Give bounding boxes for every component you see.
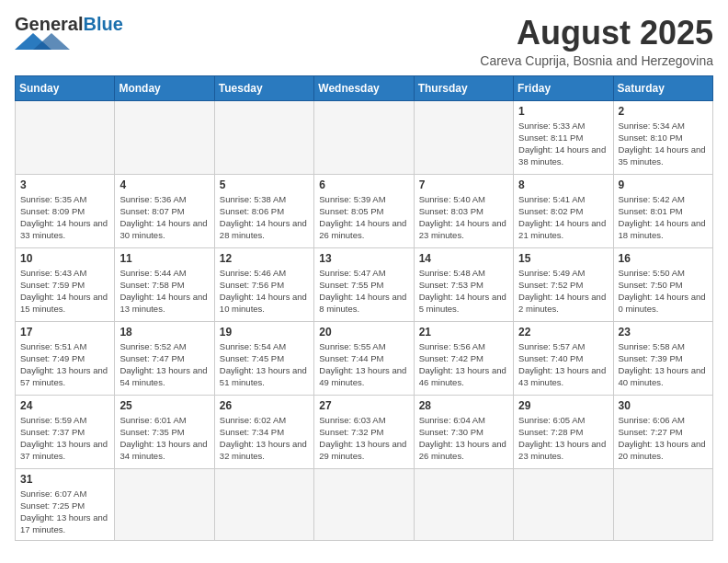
day-number: 20 <box>319 326 408 339</box>
logo-general: General <box>15 14 83 34</box>
calendar-week-row: 31Sunrise: 6:07 AM Sunset: 7:25 PM Dayli… <box>16 468 713 540</box>
table-row <box>314 468 414 540</box>
table-row: 26Sunrise: 6:02 AM Sunset: 7:34 PM Dayli… <box>214 395 313 468</box>
table-row: 3Sunrise: 5:35 AM Sunset: 8:09 PM Daylig… <box>16 174 115 247</box>
day-info: Sunrise: 5:46 AM Sunset: 7:56 PM Dayligh… <box>220 267 309 316</box>
day-info: Sunrise: 5:57 AM Sunset: 7:40 PM Dayligh… <box>518 340 608 389</box>
day-number: 2 <box>619 105 708 118</box>
table-row: 7Sunrise: 5:40 AM Sunset: 8:03 PM Daylig… <box>414 174 513 247</box>
day-info: Sunrise: 6:03 AM Sunset: 7:32 PM Dayligh… <box>319 414 408 463</box>
day-number: 16 <box>619 252 708 265</box>
table-row: 4Sunrise: 5:36 AM Sunset: 8:07 PM Daylig… <box>115 174 214 247</box>
day-info: Sunrise: 5:41 AM Sunset: 8:02 PM Dayligh… <box>518 193 608 242</box>
weekday-header-row: Sunday Monday Tuesday Wednesday Thursday… <box>16 75 713 100</box>
day-info: Sunrise: 6:07 AM Sunset: 7:25 PM Dayligh… <box>20 488 109 536</box>
header-thursday: Thursday <box>414 75 513 100</box>
day-number: 23 <box>619 326 708 339</box>
day-number: 25 <box>119 399 209 412</box>
day-info: Sunrise: 5:55 AM Sunset: 7:44 PM Dayligh… <box>319 340 408 389</box>
day-info: Sunrise: 5:44 AM Sunset: 7:58 PM Dayligh… <box>119 267 209 316</box>
calendar-subtitle: Careva Cuprija, Bosnia and Herzegovina <box>480 53 713 68</box>
table-row: 31Sunrise: 6:07 AM Sunset: 7:25 PM Dayli… <box>16 468 115 540</box>
day-number: 9 <box>619 178 708 191</box>
day-number: 31 <box>20 473 109 486</box>
table-row: 14Sunrise: 5:48 AM Sunset: 7:53 PM Dayli… <box>414 247 513 321</box>
day-info: Sunrise: 5:58 AM Sunset: 7:39 PM Dayligh… <box>619 340 708 389</box>
table-row: 28Sunrise: 6:04 AM Sunset: 7:30 PM Dayli… <box>414 395 513 468</box>
header-monday: Monday <box>115 75 214 100</box>
logo-blue: Blue <box>83 14 122 34</box>
header-tuesday: Tuesday <box>214 75 313 100</box>
day-info: Sunrise: 5:52 AM Sunset: 7:47 PM Dayligh… <box>119 340 209 389</box>
title-area: August 2025 Careva Cuprija, Bosnia and H… <box>480 15 713 68</box>
header-friday: Friday <box>514 75 613 100</box>
table-row <box>414 468 513 540</box>
day-number: 22 <box>518 326 608 339</box>
day-number: 10 <box>20 252 109 265</box>
day-info: Sunrise: 5:59 AM Sunset: 7:37 PM Dayligh… <box>20 414 109 463</box>
day-info: Sunrise: 6:01 AM Sunset: 7:35 PM Dayligh… <box>119 414 209 463</box>
calendar-week-row: 10Sunrise: 5:43 AM Sunset: 7:59 PM Dayli… <box>16 247 713 321</box>
table-row: 18Sunrise: 5:52 AM Sunset: 7:47 PM Dayli… <box>115 321 214 395</box>
table-row: 1Sunrise: 5:33 AM Sunset: 8:11 PM Daylig… <box>514 100 613 174</box>
table-row <box>115 100 214 174</box>
day-info: Sunrise: 5:48 AM Sunset: 7:53 PM Dayligh… <box>419 267 508 316</box>
day-number: 29 <box>518 399 608 412</box>
day-info: Sunrise: 5:42 AM Sunset: 8:01 PM Dayligh… <box>619 193 708 242</box>
day-number: 21 <box>419 326 508 339</box>
day-number: 6 <box>319 178 408 191</box>
day-number: 8 <box>518 178 608 191</box>
calendar-week-row: 17Sunrise: 5:51 AM Sunset: 7:49 PM Dayli… <box>16 321 713 395</box>
day-info: Sunrise: 5:40 AM Sunset: 8:03 PM Dayligh… <box>419 193 508 242</box>
day-number: 7 <box>419 178 508 191</box>
logo-text: GeneralBlue <box>15 15 123 33</box>
logo: GeneralBlue <box>15 15 123 50</box>
day-info: Sunrise: 6:05 AM Sunset: 7:28 PM Dayligh… <box>518 414 608 463</box>
day-info: Sunrise: 5:50 AM Sunset: 7:50 PM Dayligh… <box>619 267 708 316</box>
calendar-title: August 2025 <box>480 15 713 52</box>
day-info: Sunrise: 5:39 AM Sunset: 8:05 PM Dayligh… <box>319 193 408 242</box>
table-row: 27Sunrise: 6:03 AM Sunset: 7:32 PM Dayli… <box>314 395 414 468</box>
day-number: 3 <box>20 178 109 191</box>
table-row: 21Sunrise: 5:56 AM Sunset: 7:42 PM Dayli… <box>414 321 513 395</box>
day-number: 30 <box>619 399 708 412</box>
day-info: Sunrise: 5:35 AM Sunset: 8:09 PM Dayligh… <box>20 193 109 242</box>
table-row: 6Sunrise: 5:39 AM Sunset: 8:05 PM Daylig… <box>314 174 414 247</box>
day-number: 24 <box>20 399 109 412</box>
day-number: 12 <box>220 252 309 265</box>
table-row: 30Sunrise: 6:06 AM Sunset: 7:27 PM Dayli… <box>613 395 712 468</box>
day-info: Sunrise: 5:33 AM Sunset: 8:11 PM Dayligh… <box>518 120 608 168</box>
table-row <box>613 468 712 540</box>
day-number: 27 <box>319 399 408 412</box>
day-number: 5 <box>220 178 309 191</box>
table-row: 15Sunrise: 5:49 AM Sunset: 7:52 PM Dayli… <box>514 247 613 321</box>
table-row: 2Sunrise: 5:34 AM Sunset: 8:10 PM Daylig… <box>613 100 712 174</box>
table-row: 24Sunrise: 5:59 AM Sunset: 7:37 PM Dayli… <box>16 395 115 468</box>
day-info: Sunrise: 6:04 AM Sunset: 7:30 PM Dayligh… <box>419 414 508 463</box>
day-number: 19 <box>220 326 309 339</box>
table-row: 16Sunrise: 5:50 AM Sunset: 7:50 PM Dayli… <box>613 247 712 321</box>
table-row <box>214 100 313 174</box>
day-number: 17 <box>20 326 109 339</box>
day-number: 18 <box>119 326 209 339</box>
table-row: 13Sunrise: 5:47 AM Sunset: 7:55 PM Dayli… <box>314 247 414 321</box>
day-info: Sunrise: 5:49 AM Sunset: 7:52 PM Dayligh… <box>518 267 608 316</box>
page-header: GeneralBlue August 2025 Careva Cuprija, … <box>15 15 713 68</box>
header-sunday: Sunday <box>16 75 115 100</box>
calendar-week-row: 3Sunrise: 5:35 AM Sunset: 8:09 PM Daylig… <box>16 174 713 247</box>
day-info: Sunrise: 5:34 AM Sunset: 8:10 PM Dayligh… <box>619 120 708 168</box>
day-info: Sunrise: 5:54 AM Sunset: 7:45 PM Dayligh… <box>220 340 309 389</box>
day-info: Sunrise: 5:36 AM Sunset: 8:07 PM Dayligh… <box>119 193 209 242</box>
day-number: 28 <box>419 399 508 412</box>
day-info: Sunrise: 6:02 AM Sunset: 7:34 PM Dayligh… <box>220 414 309 463</box>
day-number: 26 <box>220 399 309 412</box>
header-wednesday: Wednesday <box>314 75 414 100</box>
day-number: 4 <box>119 178 209 191</box>
table-row: 23Sunrise: 5:58 AM Sunset: 7:39 PM Dayli… <box>613 321 712 395</box>
table-row: 17Sunrise: 5:51 AM Sunset: 7:49 PM Dayli… <box>16 321 115 395</box>
table-row <box>115 468 214 540</box>
table-row <box>514 468 613 540</box>
day-info: Sunrise: 6:06 AM Sunset: 7:27 PM Dayligh… <box>619 414 708 463</box>
table-row <box>214 468 313 540</box>
table-row: 25Sunrise: 6:01 AM Sunset: 7:35 PM Dayli… <box>115 395 214 468</box>
